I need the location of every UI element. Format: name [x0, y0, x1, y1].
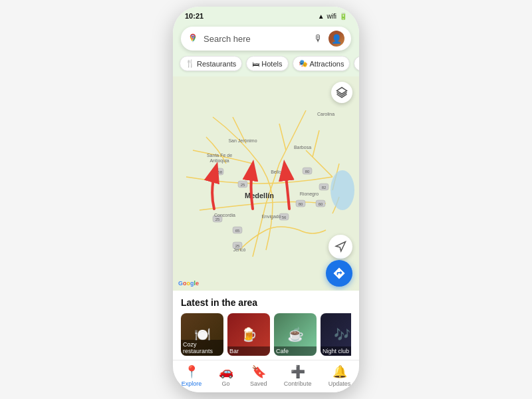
- bottom-nav: 📍 Explore 🚗 Go 🔖 Saved ➕ Contribute 🔔 Up…: [173, 360, 359, 392]
- explore-label: Explore: [182, 380, 202, 387]
- navigate-button[interactable]: [329, 235, 352, 259]
- signal-icon: ▲: [318, 13, 325, 20]
- status-time: 10:21: [185, 12, 203, 20]
- phone-frame: 10:21 ▲ wifi 🔋 Search here 🎙: [173, 7, 359, 392]
- nav-go[interactable]: 🚗 Go: [219, 364, 233, 387]
- svg-text:Santa Fe de: Santa Fe de: [207, 153, 232, 158]
- chip-attractions[interactable]: 🎭 Attractions: [293, 56, 350, 71]
- svg-text:Medellín: Medellín: [245, 192, 274, 200]
- svg-text:Jericó: Jericó: [233, 247, 246, 252]
- latest-cards: 🍽️ Cozy restaurants 🍺 Bar ☕ Cafe 🎶 Night…: [181, 313, 351, 356]
- chip-restaurants-label: Restaurants: [197, 60, 236, 68]
- svg-text:56: 56: [282, 215, 287, 219]
- nav-explore[interactable]: 📍 Explore: [182, 364, 202, 387]
- svg-text:25: 25: [241, 183, 245, 187]
- svg-text:258: 258: [215, 170, 223, 174]
- saved-icon: 🔖: [251, 364, 266, 379]
- svg-text:Envigado: Envigado: [261, 214, 281, 219]
- svg-text:60: 60: [319, 202, 323, 206]
- card-bar[interactable]: 🍺 Bar: [227, 313, 270, 356]
- attractions-icon: 🎭: [299, 59, 308, 68]
- card-nightclub[interactable]: 🎶 Night club: [321, 313, 351, 356]
- svg-text:Bello: Bello: [271, 170, 281, 174]
- svg-marker-39: [336, 242, 345, 251]
- svg-text:Concordia: Concordia: [214, 213, 235, 217]
- chip-hotels-label: Hotels: [261, 60, 282, 68]
- google-logo: Google: [178, 280, 199, 287]
- hotels-icon: 🛏: [252, 60, 259, 68]
- latest-title: Latest in the area: [181, 297, 351, 308]
- svg-point-25: [331, 170, 354, 210]
- search-input-placeholder[interactable]: Search here: [203, 34, 309, 44]
- status-icons: ▲ wifi 🔋: [318, 13, 347, 20]
- card-restaurants-label: Cozy restaurants: [181, 340, 223, 356]
- nav-contribute[interactable]: ➕ Contribute: [284, 364, 312, 387]
- card-cafe-label: Cafe: [274, 346, 317, 356]
- card-restaurants[interactable]: 🍽️ Cozy restaurants: [181, 313, 223, 356]
- card-nightclub-label: Night club: [321, 346, 351, 356]
- restaurants-icon: 🍴: [186, 59, 195, 68]
- svg-text:80: 80: [305, 170, 310, 174]
- layers-button[interactable]: [331, 82, 352, 103]
- svg-text:80: 80: [299, 202, 303, 206]
- card-bar-label: Bar: [227, 346, 270, 356]
- updates-label: Updates: [329, 380, 351, 387]
- avatar[interactable]: 👤: [329, 31, 344, 47]
- status-bar: 10:21 ▲ wifi 🔋: [173, 7, 359, 23]
- filter-chips: 🍴 Restaurants 🛏 Hotels 🎭 Attractions 🛍 S…: [173, 56, 359, 76]
- latest-section: Latest in the area 🍽️ Cozy restaurants 🍺…: [173, 291, 359, 360]
- svg-text:82: 82: [322, 186, 327, 190]
- nav-updates[interactable]: 🔔 Updates: [329, 364, 351, 387]
- svg-text:Antioquia: Antioquia: [209, 158, 229, 164]
- go-icon: 🚗: [219, 364, 233, 379]
- svg-text:San Jerónimo: San Jerónimo: [228, 138, 257, 143]
- search-bar-container: Search here 🎙 👤: [173, 23, 359, 56]
- map-area[interactable]: 25 258 80 56 65 25 25 80 60 82 Medellín …: [173, 76, 359, 291]
- svg-text:Barbosa: Barbosa: [294, 145, 311, 150]
- maps-pin-icon: [188, 32, 198, 45]
- contribute-icon: ➕: [291, 364, 305, 379]
- saved-label: Saved: [250, 380, 267, 387]
- card-cafe[interactable]: ☕ Cafe: [274, 313, 317, 356]
- contribute-label: Contribute: [284, 380, 312, 387]
- explore-icon: 📍: [184, 364, 199, 379]
- search-bar[interactable]: Search here 🎙 👤: [181, 27, 351, 51]
- svg-text:Rionegro: Rionegro: [300, 192, 319, 197]
- mic-icon[interactable]: 🎙: [314, 33, 323, 44]
- wifi-icon: wifi: [327, 13, 336, 20]
- nav-saved[interactable]: 🔖 Saved: [250, 364, 267, 387]
- chip-restaurants[interactable]: 🍴 Restaurants: [180, 56, 242, 71]
- go-label: Go: [222, 380, 230, 387]
- chip-shopping[interactable]: 🛍 Sho…: [354, 56, 359, 71]
- battery-icon: 🔋: [339, 13, 347, 20]
- svg-text:65: 65: [235, 229, 240, 233]
- chip-hotels[interactable]: 🛏 Hotels: [246, 56, 288, 71]
- svg-text:25: 25: [215, 217, 220, 221]
- directions-fab-button[interactable]: [326, 260, 352, 287]
- svg-text:Carolina: Carolina: [317, 112, 334, 116]
- svg-point-3: [192, 36, 194, 37]
- updates-icon: 🔔: [332, 364, 347, 379]
- chip-attractions-label: Attractions: [310, 60, 344, 68]
